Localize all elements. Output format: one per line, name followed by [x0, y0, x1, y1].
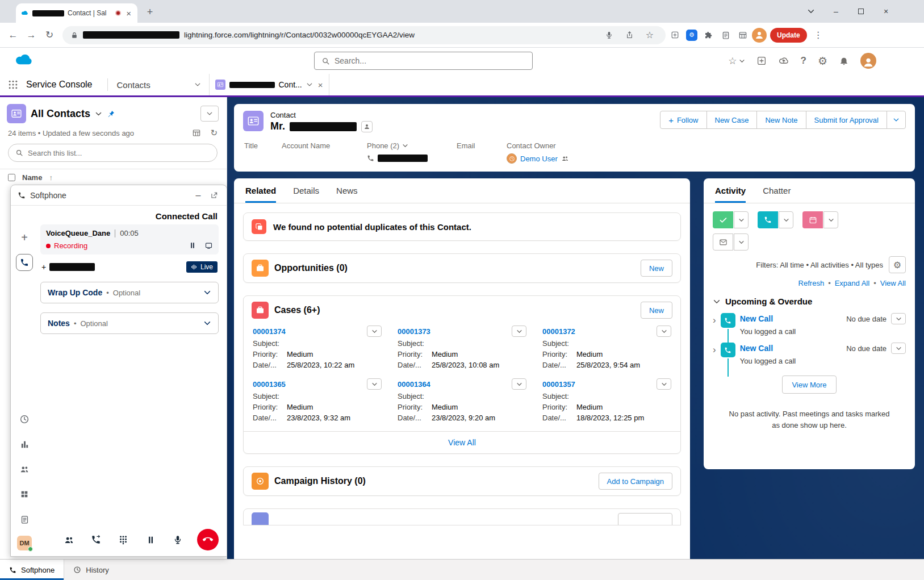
- chevron-down-icon[interactable]: [203, 319, 211, 327]
- cases-view-all-link[interactable]: View All: [448, 438, 476, 447]
- address-bar[interactable]: lightning.force.com/lightning/r/Contact/…: [62, 26, 666, 44]
- new-case-button[interactable]: New Case: [706, 111, 758, 129]
- directory-people-icon[interactable]: [16, 461, 33, 478]
- wrap-up-code-section[interactable]: Wrap Up Code • Optional: [40, 282, 219, 303]
- metrics-chart-icon[interactable]: [16, 436, 33, 453]
- extension-icon[interactable]: [667, 27, 683, 43]
- favorites-star-icon[interactable]: ☆: [728, 55, 745, 67]
- email-button[interactable]: [713, 233, 733, 251]
- select-all-checkbox[interactable]: [8, 174, 15, 181]
- contact-badge-icon[interactable]: [361, 121, 373, 132]
- email-dropdown-button[interactable]: [734, 233, 749, 251]
- agent-avatar[interactable]: DM: [17, 536, 32, 550]
- new-opportunity-button[interactable]: New: [641, 260, 672, 277]
- transfer-call-icon[interactable]: [88, 532, 104, 548]
- chevron-down-icon[interactable]: [306, 81, 313, 88]
- refresh-icon[interactable]: ↻: [210, 128, 218, 138]
- utility-softphone-tab[interactable]: Softphone: [0, 560, 64, 580]
- change-owner-icon[interactable]: [561, 155, 569, 162]
- activity-item-link[interactable]: New Call: [740, 314, 773, 323]
- tab-chatter[interactable]: Chatter: [763, 178, 791, 203]
- chevron-down-icon[interactable]: [95, 110, 102, 118]
- chevron-down-icon[interactable]: [203, 289, 211, 297]
- mute-mic-icon[interactable]: [170, 532, 186, 548]
- expand-chevron-icon[interactable]: ›: [713, 315, 716, 325]
- case-actions-button[interactable]: [657, 326, 671, 337]
- display-as-icon[interactable]: [192, 128, 201, 137]
- monitor-icon[interactable]: [204, 241, 213, 250]
- new-task-dropdown-button[interactable]: [734, 211, 749, 228]
- tab-details[interactable]: Details: [293, 178, 319, 203]
- global-actions-icon[interactable]: [756, 56, 767, 66]
- call-history-icon[interactable]: [16, 411, 33, 428]
- bookmark-star-icon[interactable]: ☆: [642, 27, 658, 43]
- voice-search-mic-icon[interactable]: [601, 27, 617, 43]
- case-number-link[interactable]: 00001373: [398, 327, 430, 336]
- reload-button[interactable]: ↻: [41, 27, 58, 44]
- new-case-button[interactable]: New: [641, 302, 672, 319]
- workspace-tab-close-icon[interactable]: ×: [318, 80, 323, 90]
- back-button[interactable]: ←: [5, 27, 22, 44]
- activity-item-actions-button[interactable]: [891, 313, 906, 324]
- new-tab-button[interactable]: +: [143, 5, 157, 19]
- campaign-history-title[interactable]: Campaign History (0): [274, 476, 366, 486]
- pin-icon[interactable]: [107, 110, 115, 118]
- name-column-header[interactable]: Name: [22, 173, 42, 182]
- chevron-down-icon[interactable]: [194, 81, 201, 88]
- window-minimize-button[interactable]: –: [831, 6, 841, 16]
- conference-people-icon[interactable]: [61, 532, 77, 548]
- global-search-input[interactable]: [335, 56, 525, 65]
- activity-item-link[interactable]: New Call: [740, 344, 773, 353]
- case-actions-button[interactable]: [512, 326, 526, 337]
- follow-button[interactable]: +Follow: [660, 111, 706, 129]
- new-call-plus-icon[interactable]: +: [16, 229, 33, 246]
- case-actions-button[interactable]: [512, 378, 526, 390]
- view-more-button[interactable]: View More: [782, 375, 836, 394]
- expand-chevron-icon[interactable]: ›: [713, 345, 716, 354]
- activity-item-actions-button[interactable]: [891, 343, 906, 354]
- quick-connects-grid-icon[interactable]: [16, 486, 33, 503]
- case-number-link[interactable]: 00001365: [253, 380, 286, 389]
- workspace-tab-contact[interactable]: Cont... ×: [209, 74, 329, 95]
- activity-filters-gear-icon[interactable]: ⚙: [889, 256, 906, 273]
- help-icon[interactable]: ?: [801, 55, 806, 66]
- log-call-dropdown-button[interactable]: [779, 211, 793, 228]
- section-collapse-chevron-icon[interactable]: [713, 298, 721, 306]
- chevron-down-icon[interactable]: [402, 143, 408, 149]
- list-search-input[interactable]: [28, 149, 210, 157]
- utility-history-tab[interactable]: History: [64, 560, 118, 580]
- window-close-button[interactable]: ×: [881, 6, 891, 16]
- case-actions-button[interactable]: [367, 326, 382, 337]
- new-event-dropdown-button[interactable]: [823, 211, 838, 228]
- list-view-controls-button[interactable]: [200, 106, 219, 122]
- tab-activity[interactable]: Activity: [715, 178, 746, 203]
- tab-related[interactable]: Related: [245, 178, 276, 203]
- add-to-campaign-button[interactable]: Add to Campaign: [599, 473, 672, 490]
- extensions-puzzle-icon[interactable]: [701, 27, 717, 43]
- list-view-title[interactable]: All Contacts: [31, 108, 90, 120]
- window-menu-chevron-icon[interactable]: [806, 6, 816, 16]
- popout-icon[interactable]: [208, 190, 220, 201]
- refresh-link[interactable]: Refresh: [798, 279, 825, 287]
- side-panel-icon[interactable]: [735, 27, 751, 43]
- dialpad-icon[interactable]: [115, 532, 131, 548]
- notes-section[interactable]: Notes • Optional: [40, 312, 219, 334]
- list-search[interactable]: [8, 144, 218, 162]
- global-search[interactable]: [314, 52, 533, 70]
- case-number-link[interactable]: 00001374: [253, 327, 286, 336]
- activity-view-all-link[interactable]: View All: [880, 279, 906, 287]
- nav-tab-contacts[interactable]: Contacts: [108, 74, 209, 95]
- forward-button[interactable]: →: [23, 27, 40, 44]
- browser-update-button[interactable]: Update: [770, 28, 807, 43]
- tab-close-icon[interactable]: ×: [124, 9, 133, 18]
- pause-recording-icon[interactable]: [189, 241, 196, 250]
- reading-list-icon[interactable]: [718, 27, 734, 43]
- browser-profile-avatar[interactable]: [752, 28, 767, 43]
- upload-status-icon[interactable]: [778, 55, 789, 66]
- minimize-icon[interactable]: –: [193, 190, 204, 201]
- case-number-link[interactable]: 00001357: [542, 380, 575, 389]
- user-avatar[interactable]: [860, 53, 876, 69]
- phone-field-label[interactable]: Phone (2): [367, 141, 457, 150]
- app-launcher-icon[interactable]: [0, 74, 26, 95]
- more-actions-button[interactable]: [887, 111, 906, 129]
